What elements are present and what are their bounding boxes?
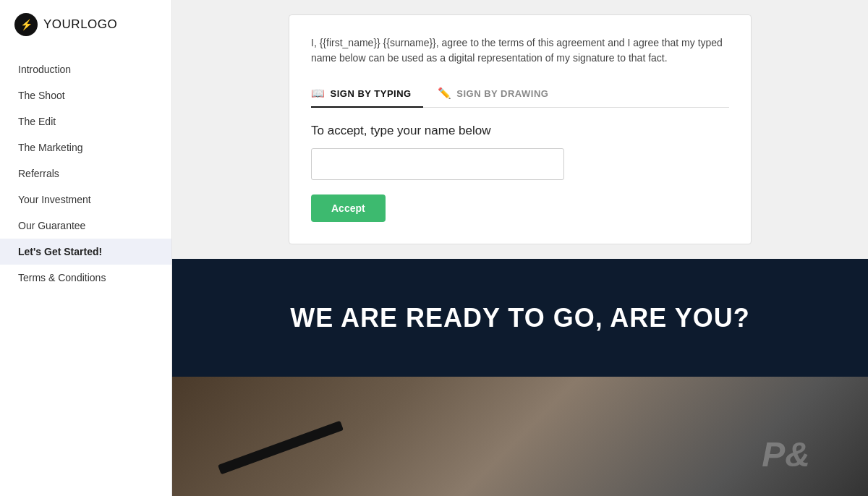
sidebar-item-our-guarantee[interactable]: Our Guarantee	[0, 213, 171, 239]
signature-card: I, {{first_name}} {{surname}}, agree to …	[289, 14, 752, 244]
main-content: I, {{first_name}} {{surname}}, agree to …	[172, 0, 868, 496]
logo: ⚡ YOURLOGO	[0, 0, 171, 49]
nav-list: Introduction The Shoot The Edit The Mark…	[0, 56, 171, 291]
accept-button[interactable]: Accept	[311, 194, 386, 222]
sidebar-item-the-marketing[interactable]: The Marketing	[0, 134, 171, 161]
sidebar-item-introduction[interactable]: Introduction	[0, 56, 171, 82]
accept-label: To accept, type your name below	[311, 124, 729, 138]
photo-placeholder: P&	[172, 377, 868, 496]
sidebar-item-your-investment[interactable]: Your Investment	[0, 187, 171, 213]
logo-bold: YOUR	[43, 17, 80, 31]
sidebar-item-terms-conditions[interactable]: Terms & Conditions	[0, 265, 171, 291]
tab-sign-by-typing[interactable]: 📖 SIGN BY TYPING	[311, 80, 423, 108]
sidebar: ⚡ YOURLOGO Introduction The Shoot The Ed…	[0, 0, 172, 496]
sidebar-item-referrals[interactable]: Referrals	[0, 161, 171, 187]
banner-text: WE ARE READY TO GO, ARE YOU?	[290, 303, 749, 333]
tab-sign-by-drawing[interactable]: ✏️ SIGN BY DRAWING	[438, 80, 561, 108]
banner: WE ARE READY TO GO, ARE YOU?	[172, 259, 868, 377]
name-input[interactable]	[311, 148, 564, 180]
typing-tab-label: SIGN BY TYPING	[331, 88, 412, 99]
sidebar-item-the-edit[interactable]: The Edit	[0, 108, 171, 134]
logo-light: LOGO	[80, 17, 117, 31]
typing-icon: 📖	[311, 87, 326, 100]
tab-bar: 📖 SIGN BY TYPING ✏️ SIGN BY DRAWING	[311, 80, 729, 108]
sidebar-item-the-shoot[interactable]: The Shoot	[0, 82, 171, 108]
agreement-text: I, {{first_name}} {{surname}}, agree to …	[311, 35, 729, 66]
drawing-icon: ✏️	[438, 87, 452, 100]
content-area: I, {{first_name}} {{surname}}, agree to …	[172, 0, 868, 259]
logo-text: YOURLOGO	[43, 17, 117, 32]
logo-bolt: ⚡	[20, 19, 33, 30]
logo-icon: ⚡	[14, 13, 38, 36]
photo-area: P&	[172, 377, 868, 496]
sidebar-item-lets-get-started[interactable]: Let's Get Started!	[0, 239, 171, 265]
photo-overlay: P&	[762, 435, 810, 474]
drawing-tab-label: SIGN BY DRAWING	[456, 88, 548, 99]
pen-visual	[218, 421, 344, 475]
